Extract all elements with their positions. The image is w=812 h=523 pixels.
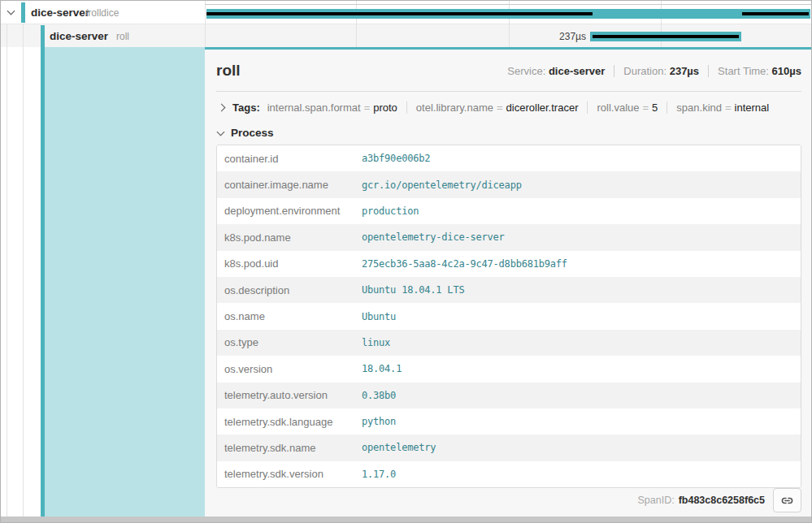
span-id-value: fb483c8c6258f6c5 [679, 495, 765, 506]
table-row: os.version18.04.1 [217, 356, 801, 382]
tag-separator [667, 102, 667, 114]
chevron-right-icon [218, 104, 226, 112]
table-row: deployment.environmentproduction [217, 198, 801, 224]
tag-item: span.kind=internal [676, 102, 769, 114]
timeline-ruler-line [205, 4, 811, 5]
indent-guide [23, 24, 24, 47]
table-row: telemetry.sdk.version1.17.0 [217, 461, 801, 487]
table-row: k8s.pod.uid275ecb36-5aa8-4c2a-9c47-d8bb6… [217, 251, 801, 277]
stat-separator [708, 65, 709, 77]
link-icon [780, 494, 794, 508]
tags-label: Tags: [232, 102, 260, 114]
table-row: os.descriptionUbuntu 18.04.1 LTS [217, 277, 801, 303]
indent-guide [7, 47, 7, 517]
table-row: container.image.namegcr.io/opentelemetry… [217, 171, 801, 197]
tag-separator [406, 102, 407, 114]
table-row: container.ida3bf90e006b2 [217, 145, 801, 171]
span-operation-title: roll [216, 62, 241, 80]
span-duration-bar-rolldice[interactable] [206, 9, 810, 19]
table-row: os.nameUbuntu [217, 303, 801, 329]
tag-item: internal.span.format=proto [267, 102, 397, 114]
span-header-stats: Service: dice-server Duration: 237µs Sta… [507, 65, 801, 77]
table-row: telemetry.sdk.languagepython [217, 408, 801, 434]
trace-detail-page: dice-server /rolldice dice-server roll 2… [0, 0, 812, 523]
span-operation-name: roll [116, 31, 129, 42]
trace-timeline: dice-server /rolldice dice-server roll 2… [1, 1, 811, 47]
span-operation-name: /rolldice [85, 7, 119, 19]
process-accordion-toggle[interactable]: Process [216, 125, 801, 140]
critical-path-segment [742, 12, 809, 15]
span-detail-panel: roll Service: dice-server Duration: 237µ… [205, 47, 811, 517]
tag-separator [587, 102, 588, 114]
indent-guide [7, 24, 7, 47]
duration-stat: Duration: 237µs [623, 65, 699, 77]
critical-path-segment [206, 12, 593, 15]
span-color-indicator [41, 25, 45, 47]
bottom-scrollbar[interactable] [1, 517, 811, 522]
span-detail-header: roll Service: dice-server Duration: 237µ… [216, 50, 801, 92]
tags-accordion-toggle[interactable]: Tags: internal.span.format=proto otel.li… [216, 100, 801, 115]
span-color-indicator [21, 2, 25, 23]
span-duration-label: 237µs [505, 31, 586, 42]
selected-span-indent-fill [45, 47, 205, 517]
process-kv-table: container.ida3bf90e006b2 container.image… [216, 145, 801, 488]
table-row: telemetry.sdk.nameopentelemetry [217, 434, 801, 460]
tag-item: roll.value=5 [597, 102, 658, 114]
process-label: Process [231, 127, 274, 139]
table-row: telemetry.auto.version0.38b0 [217, 383, 801, 408]
span-service-name[interactable]: dice-server [50, 30, 108, 42]
chevron-down-icon [217, 128, 225, 136]
service-stat: Service: dice-server [507, 65, 605, 77]
span-detail-footer: SpanID: fb483c8c6258f6c5 [637, 488, 801, 512]
stat-separator [614, 65, 614, 77]
tag-item: otel.library.name=diceroller.tracer [416, 102, 579, 114]
span-id-label: SpanID: [637, 495, 674, 506]
table-row: k8s.pod.nameopentelemetry-dice-server [217, 224, 801, 250]
timeline-gridline [356, 1, 357, 47]
critical-path-segment [593, 35, 739, 38]
span-service-name[interactable]: dice-server [31, 6, 89, 19]
tags-summary: internal.span.format=proto otel.library.… [267, 102, 770, 114]
table-row: os.typelinux [217, 330, 801, 356]
copy-span-link-button[interactable] [773, 488, 801, 512]
indent-guide [23, 47, 24, 517]
timeline-gridline [205, 1, 206, 47]
span-duration-bar-roll[interactable] [590, 32, 741, 41]
span-detail-row: roll Service: dice-server Duration: 237µ… [1, 47, 811, 517]
start-time-stat: Start Time: 610µs [718, 65, 801, 77]
